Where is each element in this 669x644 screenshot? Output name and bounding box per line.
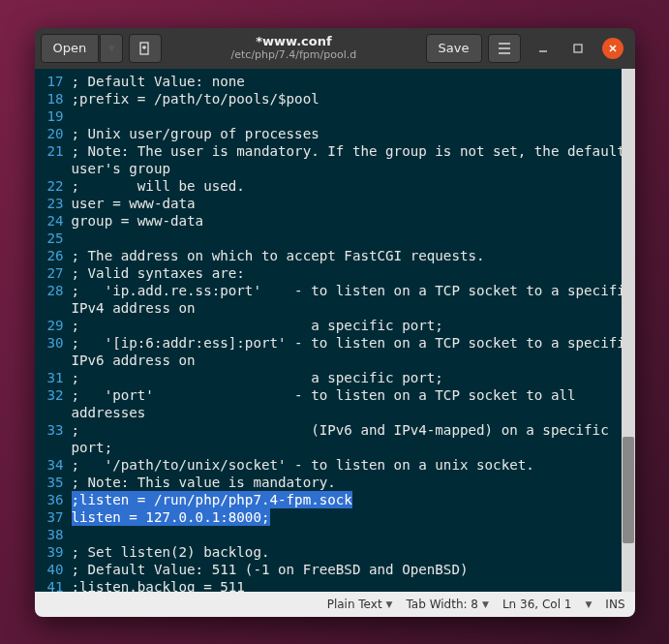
chevron-down-icon: ▼	[482, 599, 489, 609]
code-line: group = www-data	[72, 212, 618, 230]
code-line: IPv6 address on	[72, 352, 618, 369]
code-line: ; The address on which to accept FastCGI…	[72, 247, 618, 264]
syntax-label: Plain Text	[327, 598, 382, 611]
code-line	[72, 230, 618, 247]
code-line: ;listen.backlog = 511	[72, 578, 618, 592]
code-line: IPv4 address on	[72, 299, 618, 317]
line-number: 33	[45, 421, 64, 439]
code-line: user's group	[72, 160, 618, 177]
editor-area: 1718192021222324252627282930313233343536…	[35, 69, 635, 592]
code-line: ; '/path/to/unix/socket' - to listen on …	[72, 456, 618, 474]
minimize-button[interactable]	[532, 38, 554, 59]
insert-mode-label: INS	[605, 598, 624, 611]
line-number: 23	[45, 195, 64, 212]
code-line: ; Note: The user is mandatory. If the gr…	[72, 142, 618, 160]
code-line: ; Valid syntaxes are:	[72, 264, 618, 282]
statusbar: Plain Text ▼ Tab Width: 8 ▼ Ln 36, Col 1…	[35, 592, 635, 617]
line-number: 37	[45, 508, 64, 526]
line-number: 38	[45, 526, 64, 543]
hamburger-icon	[498, 43, 511, 54]
code-line: ;listen = /run/php/php7.4-fpm.sock	[72, 491, 618, 508]
scrollbar-vertical[interactable]	[622, 69, 635, 592]
code-line: ; a specific port;	[72, 317, 618, 334]
chevron-down-icon: ▼	[108, 44, 115, 53]
chevron-down-icon: ▼	[585, 599, 592, 609]
document-title: *www.conf	[256, 35, 331, 48]
code-line: ; Unix user/group of processes	[72, 125, 618, 142]
minimize-icon	[538, 44, 548, 53]
maximize-button[interactable]	[567, 38, 589, 59]
line-number	[45, 160, 64, 177]
line-number: 35	[45, 474, 64, 491]
open-recent-dropdown[interactable]: ▼	[100, 34, 123, 63]
line-number: 27	[45, 264, 64, 282]
line-number: 21	[45, 142, 64, 160]
code-line: port;	[72, 439, 618, 456]
code-line: ; '[ip:6:addr:ess]:port' - to listen on …	[72, 334, 618, 352]
code-line	[72, 526, 618, 543]
code-line: ; 'ip.add.re.ss:port' - to listen on a T…	[72, 282, 618, 299]
new-tab-button[interactable]	[129, 34, 162, 63]
line-number-gutter: 1718192021222324252627282930313233343536…	[35, 69, 70, 592]
window-controls	[532, 38, 623, 59]
line-number: 40	[45, 561, 64, 578]
line-number: 25	[45, 230, 64, 247]
line-number: 22	[45, 177, 64, 195]
line-number: 19	[45, 107, 64, 125]
line-number: 41	[45, 578, 64, 596]
code-line: ;prefix = /path/to/pools/$pool	[72, 90, 618, 107]
save-button[interactable]: Save	[426, 34, 482, 63]
code-content[interactable]: ; Default Value: none;prefix = /path/to/…	[70, 69, 622, 592]
code-line: addresses	[72, 404, 618, 421]
line-number	[45, 439, 64, 456]
line-number	[45, 299, 64, 317]
tab-width-selector[interactable]: Tab Width: 8 ▼	[407, 598, 489, 611]
syntax-selector[interactable]: Plain Text ▼	[327, 598, 393, 611]
line-number	[45, 404, 64, 421]
editor-window: Open ▼ *www.conf /etc/php/7.4/fpm/pool.d…	[35, 28, 635, 617]
code-line: ; Default Value: none	[72, 73, 618, 90]
code-line: user = www-data	[72, 195, 618, 212]
close-button[interactable]	[602, 38, 623, 59]
svg-rect-1	[574, 45, 582, 52]
new-document-icon	[138, 42, 152, 55]
code-line: ; a specific port;	[72, 369, 618, 386]
code-line: ; Note: This value is mandatory.	[72, 474, 618, 491]
cursor-position[interactable]: Ln 36, Col 1	[502, 598, 572, 611]
scrollbar-thumb[interactable]	[623, 437, 634, 543]
code-line: ; Default Value: 511 (-1 on FreeBSD and …	[72, 561, 618, 578]
line-number	[45, 352, 64, 369]
code-line	[72, 107, 618, 125]
line-number: 36	[45, 491, 64, 508]
line-number: 18	[45, 90, 64, 107]
maximize-icon	[573, 44, 583, 53]
line-number: 28	[45, 282, 64, 299]
insert-mode[interactable]: INS	[605, 598, 624, 611]
line-number: 39	[45, 543, 64, 561]
open-button[interactable]: Open	[41, 34, 100, 63]
menu-button[interactable]	[488, 34, 521, 63]
code-line: ; Set listen(2) backlog.	[72, 543, 618, 561]
line-number: 32	[45, 386, 64, 404]
line-number: 24	[45, 212, 64, 230]
line-number: 17	[45, 73, 64, 90]
line-number: 30	[45, 334, 64, 352]
code-line: listen = 127.0.0.1:8000;	[72, 508, 618, 526]
titlebar: Open ▼ *www.conf /etc/php/7.4/fpm/pool.d…	[35, 28, 635, 69]
chevron-down-icon: ▼	[386, 599, 393, 609]
line-number: 26	[45, 247, 64, 264]
cursor-position-label: Ln 36, Col 1	[502, 598, 572, 611]
code-line: ; (IPv6 and IPv4-mapped) on a specific	[72, 421, 618, 439]
line-number: 34	[45, 456, 64, 474]
line-number: 20	[45, 125, 64, 142]
line-number: 31	[45, 369, 64, 386]
line-number: 29	[45, 317, 64, 334]
code-line: ; will be used.	[72, 177, 618, 195]
close-icon	[608, 44, 618, 53]
document-path: /etc/php/7.4/fpm/pool.d	[231, 49, 357, 61]
tab-width-label: Tab Width: 8	[407, 598, 478, 611]
code-line: ; 'port' - to listen on a TCP socket to …	[72, 386, 618, 404]
title-area: *www.conf /etc/php/7.4/fpm/pool.d	[167, 35, 419, 60]
